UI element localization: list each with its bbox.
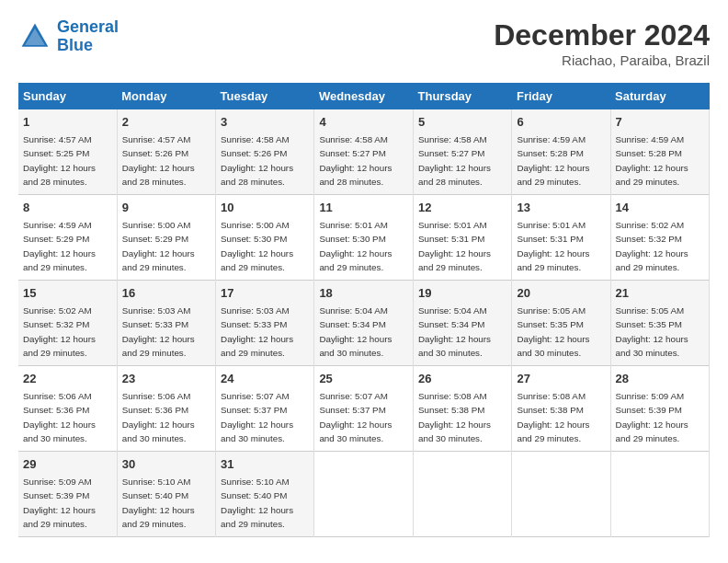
- weekday-header: Friday: [512, 83, 610, 109]
- day-info: Sunrise: 5:02 AMSunset: 5:32 PMDaylight:…: [616, 220, 688, 272]
- day-number: 3: [221, 114, 309, 131]
- calendar-week-row: 22Sunrise: 5:06 AMSunset: 5:36 PMDayligh…: [18, 366, 710, 452]
- calendar-table: SundayMondayTuesdayWednesdayThursdayFrid…: [18, 83, 710, 537]
- day-info: Sunrise: 5:06 AMSunset: 5:36 PMDaylight:…: [122, 391, 195, 443]
- day-number: 19: [418, 285, 506, 302]
- calendar-cell: 5Sunrise: 4:58 AMSunset: 5:27 PMDaylight…: [414, 109, 512, 195]
- day-number: 11: [319, 200, 408, 216]
- title-block: December 2024 Riachao, Paraiba, Brazil: [494, 18, 710, 68]
- day-number: 17: [221, 285, 309, 302]
- calendar-cell: 12Sunrise: 5:01 AMSunset: 5:31 PMDayligh…: [414, 195, 512, 281]
- calendar-cell: 24Sunrise: 5:07 AMSunset: 5:37 PMDayligh…: [216, 366, 314, 452]
- day-info: Sunrise: 5:03 AMSunset: 5:33 PMDaylight:…: [221, 305, 293, 358]
- day-info: Sunrise: 5:00 AMSunset: 5:30 PMDaylight:…: [221, 220, 293, 272]
- calendar-cell: 27Sunrise: 5:08 AMSunset: 5:38 PMDayligh…: [512, 366, 610, 452]
- day-number: 26: [418, 371, 506, 387]
- day-info: Sunrise: 4:58 AMSunset: 5:27 PMDaylight:…: [418, 134, 491, 187]
- calendar-cell: 25Sunrise: 5:07 AMSunset: 5:37 PMDayligh…: [314, 366, 414, 452]
- calendar-cell: [314, 452, 414, 537]
- day-number: 9: [122, 200, 210, 216]
- day-number: 25: [319, 371, 408, 387]
- day-number: 22: [23, 371, 112, 387]
- day-number: 7: [616, 114, 704, 131]
- day-info: Sunrise: 4:58 AMSunset: 5:26 PMDaylight:…: [221, 134, 293, 187]
- day-info: Sunrise: 4:59 AMSunset: 5:28 PMDaylight:…: [616, 134, 688, 187]
- day-info: Sunrise: 5:05 AMSunset: 5:35 PMDaylight:…: [616, 305, 688, 358]
- calendar-cell: [414, 452, 512, 537]
- day-info: Sunrise: 5:01 AMSunset: 5:30 PMDaylight:…: [319, 220, 392, 272]
- day-number: 21: [616, 285, 704, 302]
- day-info: Sunrise: 5:00 AMSunset: 5:29 PMDaylight:…: [122, 220, 195, 272]
- day-number: 18: [319, 285, 408, 302]
- logo: General Blue: [18, 18, 119, 55]
- day-info: Sunrise: 5:07 AMSunset: 5:37 PMDaylight:…: [221, 391, 293, 443]
- day-info: Sunrise: 5:01 AMSunset: 5:31 PMDaylight:…: [517, 220, 589, 272]
- day-info: Sunrise: 5:07 AMSunset: 5:37 PMDaylight:…: [319, 391, 392, 443]
- calendar-cell: 3Sunrise: 4:58 AMSunset: 5:26 PMDaylight…: [216, 109, 314, 195]
- day-info: Sunrise: 5:04 AMSunset: 5:34 PMDaylight:…: [418, 305, 491, 358]
- calendar-cell: 1Sunrise: 4:57 AMSunset: 5:25 PMDaylight…: [18, 109, 117, 195]
- day-info: Sunrise: 5:01 AMSunset: 5:31 PMDaylight:…: [418, 220, 491, 272]
- calendar-cell: 28Sunrise: 5:09 AMSunset: 5:39 PMDayligh…: [610, 366, 709, 452]
- day-number: 20: [517, 285, 605, 302]
- calendar-cell: 20Sunrise: 5:05 AMSunset: 5:35 PMDayligh…: [512, 281, 610, 366]
- calendar-cell: 31Sunrise: 5:10 AMSunset: 5:40 PMDayligh…: [216, 452, 314, 537]
- day-number: 15: [23, 285, 112, 302]
- calendar-cell: 14Sunrise: 5:02 AMSunset: 5:32 PMDayligh…: [610, 195, 709, 281]
- day-number: 10: [221, 200, 309, 216]
- day-number: 23: [122, 371, 210, 387]
- day-number: 30: [122, 456, 210, 473]
- calendar-cell: 8Sunrise: 4:59 AMSunset: 5:29 PMDaylight…: [18, 195, 117, 281]
- calendar-week-row: 1Sunrise: 4:57 AMSunset: 5:25 PMDaylight…: [18, 109, 710, 195]
- day-info: Sunrise: 5:03 AMSunset: 5:33 PMDaylight:…: [122, 305, 195, 358]
- calendar-week-row: 8Sunrise: 4:59 AMSunset: 5:29 PMDaylight…: [18, 195, 710, 281]
- day-number: 12: [418, 200, 506, 216]
- weekday-header-row: SundayMondayTuesdayWednesdayThursdayFrid…: [18, 83, 710, 109]
- calendar-cell: 21Sunrise: 5:05 AMSunset: 5:35 PMDayligh…: [610, 281, 709, 366]
- logo-text: General Blue: [57, 18, 119, 55]
- day-number: 8: [23, 200, 112, 216]
- day-info: Sunrise: 5:10 AMSunset: 5:40 PMDaylight:…: [122, 477, 195, 529]
- calendar-cell: 30Sunrise: 5:10 AMSunset: 5:40 PMDayligh…: [117, 452, 215, 537]
- weekday-header: Sunday: [18, 83, 117, 109]
- day-number: 27: [517, 371, 605, 387]
- calendar-cell: 15Sunrise: 5:02 AMSunset: 5:32 PMDayligh…: [18, 281, 117, 366]
- location: Riachao, Paraiba, Brazil: [494, 52, 710, 68]
- calendar-cell: 7Sunrise: 4:59 AMSunset: 5:28 PMDaylight…: [610, 109, 709, 195]
- day-number: 29: [23, 456, 112, 473]
- calendar-cell: 29Sunrise: 5:09 AMSunset: 5:39 PMDayligh…: [18, 452, 117, 537]
- day-number: 6: [517, 114, 605, 131]
- day-number: 31: [221, 456, 309, 473]
- calendar-cell: 2Sunrise: 4:57 AMSunset: 5:26 PMDaylight…: [117, 109, 215, 195]
- calendar-cell: 16Sunrise: 5:03 AMSunset: 5:33 PMDayligh…: [117, 281, 215, 366]
- day-number: 16: [122, 285, 210, 302]
- day-info: Sunrise: 4:57 AMSunset: 5:26 PMDaylight:…: [122, 134, 195, 187]
- day-info: Sunrise: 5:08 AMSunset: 5:38 PMDaylight:…: [418, 391, 491, 443]
- calendar-cell: [610, 452, 709, 537]
- day-number: 4: [319, 114, 408, 131]
- calendar-cell: 10Sunrise: 5:00 AMSunset: 5:30 PMDayligh…: [216, 195, 314, 281]
- day-info: Sunrise: 4:58 AMSunset: 5:27 PMDaylight:…: [319, 134, 392, 187]
- day-info: Sunrise: 5:09 AMSunset: 5:39 PMDaylight:…: [616, 391, 688, 443]
- calendar-cell: 9Sunrise: 5:00 AMSunset: 5:29 PMDaylight…: [117, 195, 215, 281]
- day-number: 28: [616, 371, 704, 387]
- day-number: 1: [23, 114, 112, 131]
- calendar-cell: 13Sunrise: 5:01 AMSunset: 5:31 PMDayligh…: [512, 195, 610, 281]
- day-info: Sunrise: 4:57 AMSunset: 5:25 PMDaylight:…: [23, 134, 96, 187]
- day-info: Sunrise: 4:59 AMSunset: 5:29 PMDaylight:…: [23, 220, 96, 272]
- day-info: Sunrise: 5:04 AMSunset: 5:34 PMDaylight:…: [319, 305, 392, 358]
- logo-icon: [18, 20, 51, 53]
- weekday-header: Monday: [117, 83, 215, 109]
- calendar-cell: 18Sunrise: 5:04 AMSunset: 5:34 PMDayligh…: [314, 281, 414, 366]
- day-info: Sunrise: 5:05 AMSunset: 5:35 PMDaylight:…: [517, 305, 589, 358]
- calendar-cell: 6Sunrise: 4:59 AMSunset: 5:28 PMDaylight…: [512, 109, 610, 195]
- calendar-week-row: 15Sunrise: 5:02 AMSunset: 5:32 PMDayligh…: [18, 281, 710, 366]
- day-number: 14: [616, 200, 704, 216]
- day-number: 24: [221, 371, 309, 387]
- weekday-header: Thursday: [414, 83, 512, 109]
- weekday-header: Tuesday: [216, 83, 314, 109]
- day-info: Sunrise: 4:59 AMSunset: 5:28 PMDaylight:…: [517, 134, 589, 187]
- calendar-cell: 4Sunrise: 4:58 AMSunset: 5:27 PMDaylight…: [314, 109, 414, 195]
- calendar-cell: [512, 452, 610, 537]
- calendar-cell: 22Sunrise: 5:06 AMSunset: 5:36 PMDayligh…: [18, 366, 117, 452]
